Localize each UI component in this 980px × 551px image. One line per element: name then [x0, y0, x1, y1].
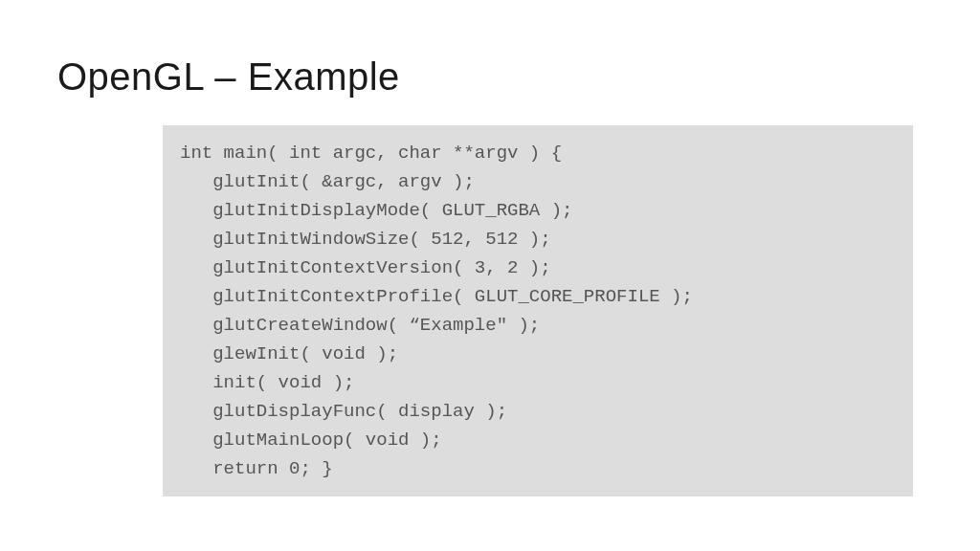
code-line: glutInitWindowSize( 512, 512 );	[180, 225, 896, 253]
code-line: glutDisplayFunc( display );	[180, 397, 896, 426]
code-line: return 0; }	[180, 454, 896, 483]
code-line: glutCreateWindow( “Example" );	[180, 311, 896, 340]
code-line: glutMainLoop( void );	[180, 426, 896, 454]
code-block: int main( int argc, char **argv ) { glut…	[163, 125, 913, 496]
code-line: int main( int argc, char **argv ) {	[180, 139, 896, 167]
code-line: glutInitContextVersion( 3, 2 );	[180, 253, 896, 282]
code-line: glutInitContextProfile( GLUT_CORE_PROFIL…	[180, 282, 896, 311]
code-line: glewInit( void );	[180, 340, 896, 368]
slide-title: OpenGL – Example	[57, 55, 923, 99]
slide: OpenGL – Example int main( int argc, cha…	[0, 0, 980, 551]
code-line: init( void );	[180, 368, 896, 397]
code-line: glutInit( &argc, argv );	[180, 167, 896, 196]
code-line: glutInitDisplayMode( GLUT_RGBA );	[180, 196, 896, 225]
